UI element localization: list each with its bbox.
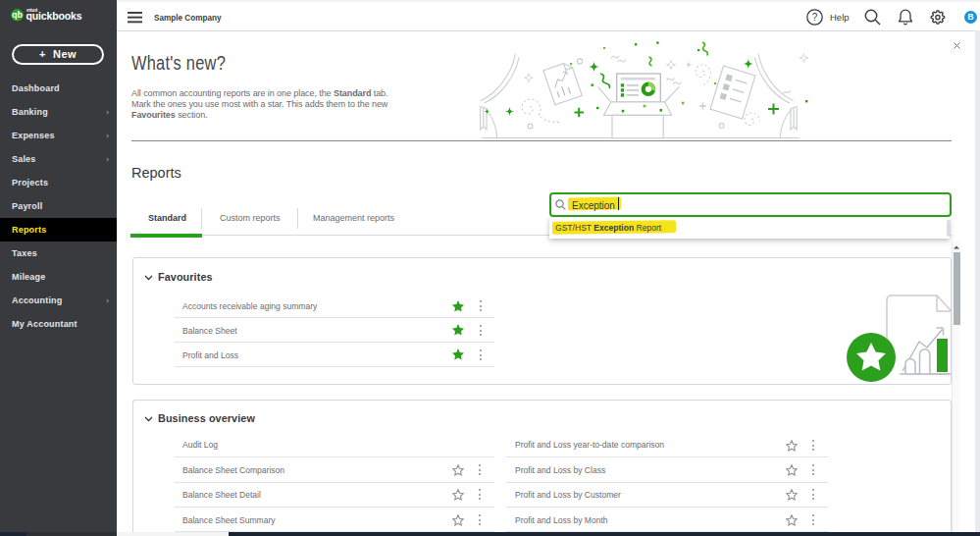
svg-text:?: ? [812, 12, 818, 23]
svg-text:quickbooks: quickbooks [26, 10, 82, 22]
svg-text:qb: qb [12, 10, 23, 20]
